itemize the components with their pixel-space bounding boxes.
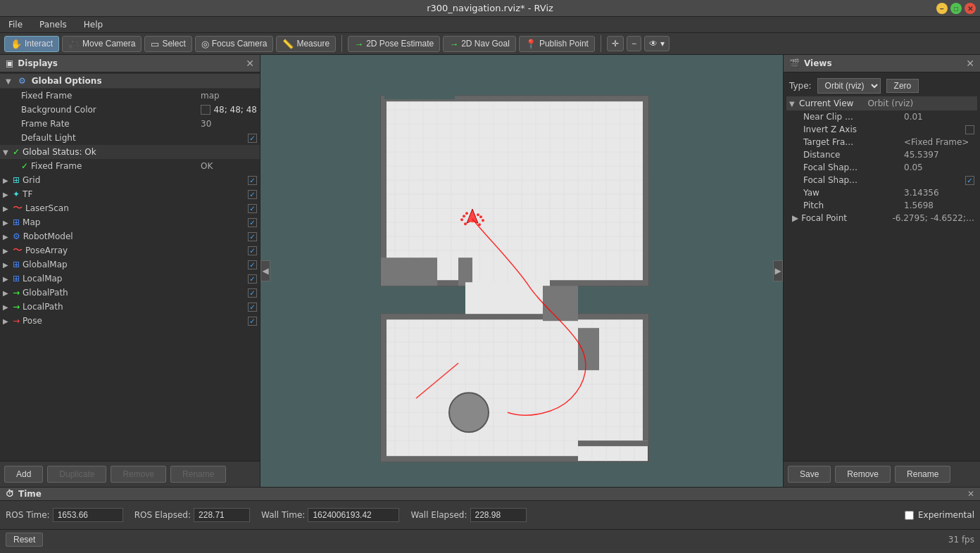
collapse-right-button[interactable]: ▶: [773, 260, 783, 281]
timebar-title-text: Time: [18, 489, 42, 499]
localmap-arrow: ▶: [3, 275, 13, 283]
close-button[interactable]: ✕: [965, 3, 976, 14]
viewport[interactable]: ◀ ▶: [260, 55, 783, 487]
pose-item[interactable]: ▶ → Pose: [0, 314, 260, 328]
fps-counter: 31 fps: [948, 535, 974, 545]
pose-checkbox[interactable]: [248, 317, 257, 326]
move-camera-button[interactable]: 🎥 Move Camera: [62, 36, 142, 52]
localpath-checkbox[interactable]: [248, 303, 257, 312]
select-button[interactable]: ▭ Select: [144, 36, 191, 52]
fixed-frame-value[interactable]: map: [201, 91, 257, 101]
posearray-checkbox[interactable]: [248, 246, 257, 255]
wall-elapsed-input[interactable]: [470, 508, 527, 522]
focus-camera-button[interactable]: ◎ Focus Camera: [195, 36, 274, 52]
duplicate-button[interactable]: Duplicate: [47, 466, 106, 483]
views-rename-button[interactable]: Rename: [895, 466, 950, 483]
fixed-frame-label: Fixed Frame: [21, 91, 198, 101]
pitch-value[interactable]: 1.5698: [904, 201, 974, 210]
global-status-label: Global Status: Ok: [23, 147, 96, 157]
svg-rect-71: [465, 282, 550, 314]
map-checkbox[interactable]: [248, 218, 257, 227]
robotmodel-checkbox[interactable]: [248, 232, 257, 241]
experimental-checkbox[interactable]: [905, 511, 914, 520]
map-item[interactable]: ▶ ⊞ Map: [0, 215, 260, 229]
ros-time-input[interactable]: [53, 508, 123, 522]
tf-item[interactable]: ▶ ✦ TF: [0, 187, 260, 201]
pitch-row: Pitch 1.5698: [786, 199, 977, 212]
rename-button[interactable]: Rename: [170, 466, 226, 483]
grid-item[interactable]: ▶ ⊞ Grid: [0, 173, 260, 187]
invert-z-checkbox[interactable]: [965, 125, 974, 134]
crosshair-button[interactable]: ✛: [607, 36, 624, 51]
near-clip-row: Near Clip … 0.01: [786, 110, 977, 123]
default-light-row: Default Light: [0, 131, 260, 145]
views-zero-button[interactable]: Zero: [886, 79, 919, 93]
interact-button[interactable]: ✋ Interact: [4, 36, 59, 52]
laserscan-checkbox[interactable]: [248, 204, 257, 213]
views-type-select[interactable]: Orbit (rviz): [817, 78, 881, 94]
localpath-arrow: ▶: [3, 303, 13, 311]
publish-point-button[interactable]: 📍 Publish Point: [519, 36, 595, 52]
menu-help[interactable]: Help: [80, 18, 107, 31]
measure-button[interactable]: 📏 Measure: [276, 36, 336, 52]
bg-color-value[interactable]: 48; 48; 48: [201, 105, 257, 115]
focal-point-arrow: ▶: [789, 213, 798, 223]
pose-estimate-label: 2D Pose Estimate: [366, 39, 434, 49]
global-options-header[interactable]: ▼ ⚙ Global Options: [0, 74, 260, 89]
views-close-button[interactable]: ✕: [966, 58, 974, 69]
nav-goal-label: 2D Nav Goal: [461, 39, 510, 49]
focal-shape2-checkbox[interactable]: [965, 176, 974, 185]
default-light-checkbox[interactable]: [248, 134, 257, 143]
laserscan-item[interactable]: ▶ 〜 LaserScan: [0, 201, 260, 215]
views-remove-button[interactable]: Remove: [835, 466, 891, 483]
remove-button[interactable]: Remove: [111, 466, 166, 483]
wall-time-input[interactable]: [308, 508, 399, 522]
nav-goal-button[interactable]: → 2D Nav Goal: [443, 36, 516, 52]
interact-label: Interact: [25, 39, 53, 49]
minus-button[interactable]: −: [627, 36, 641, 51]
global-status-header[interactable]: ▼ ✓ Global Status: Ok: [0, 145, 260, 159]
pose-estimate-button[interactable]: → 2D Pose Estimate: [348, 36, 440, 52]
timebar-close-button[interactable]: ✕: [967, 489, 974, 499]
globalmap-item[interactable]: ▶ ⊞ GlobalMap: [0, 258, 260, 272]
views-title: Views: [804, 58, 832, 68]
ros-elapsed-input[interactable]: [194, 508, 250, 522]
maximize-button[interactable]: □: [950, 3, 962, 14]
yaw-value[interactable]: 3.14356: [904, 188, 974, 198]
focal-shape1-value[interactable]: 0.05: [904, 163, 974, 172]
eye-button[interactable]: 👁 ▾: [644, 36, 670, 51]
localmap-checkbox[interactable]: [248, 274, 257, 284]
current-view-header[interactable]: ▼ Current View Orbit (rviz): [786, 96, 977, 110]
displays-close-button[interactable]: ✕: [246, 58, 254, 69]
menu-panels[interactable]: Panels: [35, 18, 71, 31]
pose-item-icon: →: [13, 316, 20, 326]
focal-point-row: ▶ Focal Point -6.2795; -4.6522;…: [786, 212, 977, 224]
frame-rate-value[interactable]: 30: [201, 119, 257, 129]
add-button[interactable]: Add: [4, 466, 43, 483]
laserscan-label: LaserScan: [25, 203, 248, 213]
focal-point-value[interactable]: -6.2795; -4.6522;…: [892, 213, 974, 223]
globalpath-checkbox[interactable]: [248, 288, 257, 298]
robotmodel-item[interactable]: ▶ ⚙ RobotModel: [0, 229, 260, 243]
minimize-button[interactable]: −: [936, 3, 948, 14]
views-panel: 🎬 Views ✕ Type: Orbit (rviz) Zero ▼ Curr…: [783, 55, 980, 487]
color-swatch: [201, 105, 211, 115]
menu-file[interactable]: File: [4, 18, 27, 31]
distance-value[interactable]: 45.5397: [904, 150, 974, 160]
globalmap-checkbox[interactable]: [248, 260, 257, 269]
views-save-button[interactable]: Save: [788, 466, 831, 483]
timebar-content: ROS Time: ROS Elapsed: Wall Time: Wall E…: [0, 501, 980, 529]
localpath-item[interactable]: ▶ → LocalPath: [0, 300, 260, 314]
time-icon: ⏱: [6, 489, 14, 499]
reset-button[interactable]: Reset: [6, 533, 43, 547]
posearray-item[interactable]: ▶ 〜 PoseArray: [0, 243, 260, 258]
collapse-left-button[interactable]: ◀: [260, 260, 270, 281]
grid-checkbox[interactable]: [248, 176, 257, 185]
tf-checkbox[interactable]: [248, 190, 257, 199]
publish-point-label: Publish Point: [539, 39, 589, 49]
near-clip-value[interactable]: 0.01: [904, 112, 974, 122]
views-content: Type: Orbit (rviz) Zero ▼ Current View O…: [784, 72, 980, 461]
globalpath-item[interactable]: ▶ → GlobalPath: [0, 286, 260, 300]
localmap-item[interactable]: ▶ ⊞ LocalMap: [0, 272, 260, 286]
target-frame-value[interactable]: <Fixed Frame>: [904, 137, 974, 147]
